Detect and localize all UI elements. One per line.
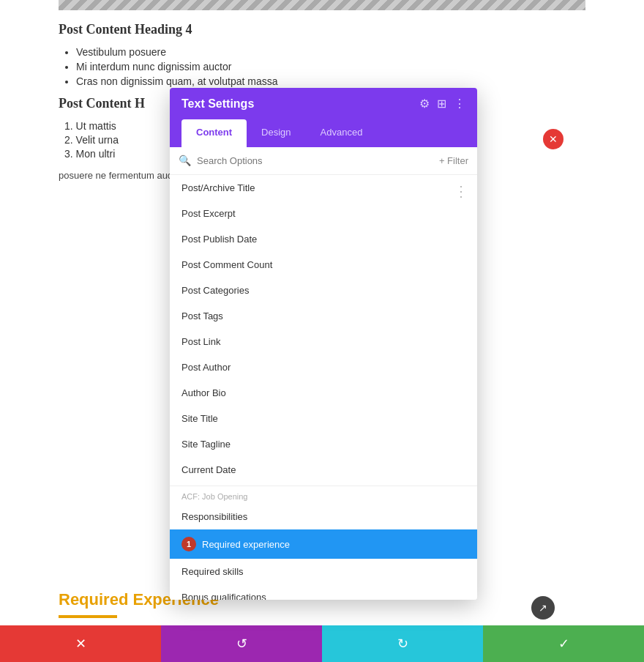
tab-advanced[interactable]: Advanced: [306, 119, 378, 147]
close-icon: ✕: [549, 133, 558, 146]
tab-content[interactable]: Content: [181, 119, 247, 147]
close-button[interactable]: ✕: [543, 129, 564, 149]
bullet-item: Vestibulum posuere: [76, 46, 585, 58]
bullet-list: Vestibulum posuere Mi interdum nunc dign…: [76, 46, 585, 87]
filter-button[interactable]: + Filter: [439, 155, 468, 166]
option-post-comment-count[interactable]: Post Comment Count: [170, 252, 454, 278]
option-post-author[interactable]: Post Author: [170, 354, 454, 380]
floating-action-icon[interactable]: ↗: [531, 596, 555, 620]
option-post-excerpt[interactable]: Post Excerpt: [170, 201, 454, 226]
option-post-archive-title[interactable]: Post/Archive Title: [170, 175, 454, 201]
settings-icon[interactable]: ⚙: [419, 97, 430, 111]
undo-button[interactable]: ↺: [161, 625, 322, 662]
acf-section-label: ACF: Job Opening: [170, 486, 477, 504]
search-icon: 🔍: [179, 155, 191, 167]
modal-tabs: Content Design Advanced: [170, 119, 477, 147]
post-heading-4: Post Content Heading 4: [59, 22, 585, 37]
dots-menu-icon[interactable]: ⋮: [454, 97, 465, 111]
cancel-icon: ✕: [75, 636, 86, 652]
arrow-icon: ↗: [539, 602, 547, 614]
search-input[interactable]: [197, 155, 433, 166]
selection-number: 1: [181, 537, 196, 551]
confirm-button[interactable]: ✓: [483, 625, 644, 662]
confirm-icon: ✓: [558, 636, 569, 652]
option-required-skills[interactable]: Required skills: [170, 559, 477, 584]
page-bg-image: [59, 0, 585, 10]
modal-header-icons: ⚙ ⊞ ⋮: [419, 97, 465, 111]
option-site-tagline[interactable]: Site Tagline: [170, 431, 454, 457]
options-list: Post/Archive Title Post Excerpt Post Pub…: [170, 175, 477, 600]
option-current-date[interactable]: Current Date: [170, 457, 454, 483]
option-post-tags[interactable]: Post Tags: [170, 303, 454, 329]
undo-icon: ↺: [236, 636, 247, 652]
modal-title: Text Settings: [181, 97, 254, 111]
search-bar: 🔍 + Filter: [170, 147, 477, 175]
tab-design[interactable]: Design: [247, 119, 305, 147]
option-responsibilities[interactable]: Responsibilities: [170, 504, 477, 529]
bottom-toolbar: ✕ ↺ ↻ ✓: [0, 625, 644, 662]
option-bonus-qualifications[interactable]: Bonus qualifications: [170, 584, 477, 600]
cancel-button[interactable]: ✕: [0, 625, 161, 662]
option-post-categories[interactable]: Post Categories: [170, 278, 454, 303]
redo-icon: ↻: [397, 636, 408, 652]
option-post-link[interactable]: Post Link: [170, 329, 454, 354]
redo-button[interactable]: ↻: [322, 625, 483, 662]
option-site-title[interactable]: Site Title: [170, 406, 454, 431]
modal-header: Text Settings ⚙ ⊞ ⋮: [170, 88, 477, 119]
grid-icon[interactable]: ⊞: [437, 97, 446, 111]
bullet-item: Cras non dignissim quam, at volutpat mas…: [76, 75, 585, 87]
bullet-item: Mi interdum nunc dignissim auctor: [76, 61, 585, 72]
options-dots-icon: ⋮: [454, 183, 468, 199]
option-required-experience[interactable]: 1 Required experience: [170, 529, 477, 559]
option-author-bio[interactable]: Author Bio: [170, 380, 454, 406]
option-post-publish-date[interactable]: Post Publish Date: [170, 226, 454, 252]
required-experience-underline: [59, 615, 117, 618]
text-settings-modal: Text Settings ⚙ ⊞ ⋮ Content Design Advan…: [170, 88, 477, 600]
